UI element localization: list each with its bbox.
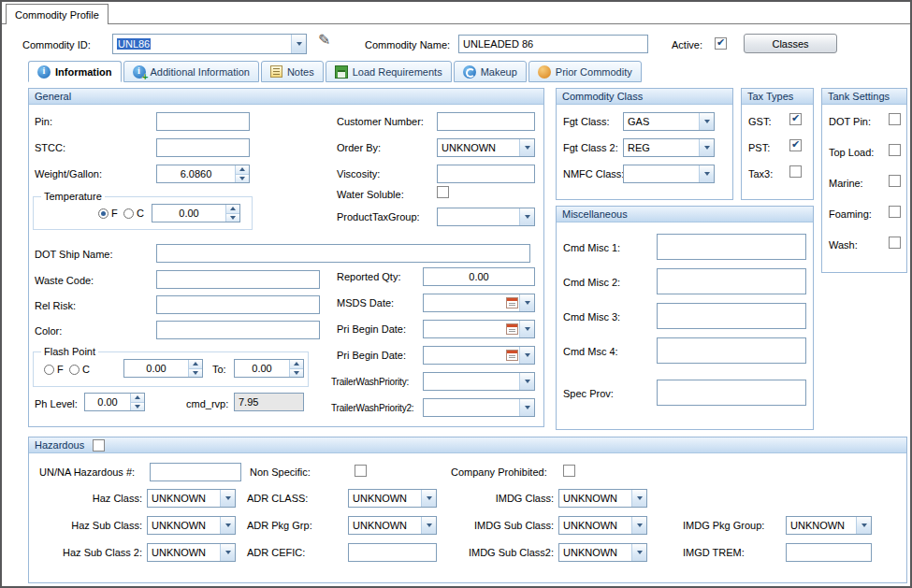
- msds-date-picker[interactable]: [423, 294, 535, 312]
- chevron-down-icon[interactable]: [519, 399, 534, 416]
- commodity-id-combo[interactable]: UNL86: [112, 34, 307, 54]
- imdg-sub-class-combo[interactable]: UNKNOWN: [558, 516, 647, 535]
- reported-qty-input[interactable]: [423, 267, 535, 286]
- haz-class-combo[interactable]: UNKNOWN: [147, 489, 236, 508]
- chevron-down-icon[interactable]: [519, 347, 534, 364]
- water-soluble-checkbox[interactable]: [437, 186, 449, 198]
- tab-prior-commodity[interactable]: Prior Commodity: [528, 61, 642, 82]
- non-specific-checkbox[interactable]: [355, 465, 367, 477]
- marine-checkbox[interactable]: [889, 175, 901, 187]
- tax3-checkbox[interactable]: [789, 165, 802, 178]
- chevron-down-icon[interactable]: [291, 35, 306, 53]
- chevron-down-icon[interactable]: [519, 294, 534, 311]
- pri-begin-date-picker[interactable]: [423, 320, 535, 338]
- tab-information[interactable]: Information: [28, 61, 122, 82]
- foaming-checkbox[interactable]: [889, 206, 901, 218]
- adr-cefic-input[interactable]: [348, 543, 437, 562]
- tab-additional-information[interactable]: Additional Information: [123, 61, 259, 82]
- trailer-wash-priority-combo[interactable]: [423, 372, 535, 391]
- temperature-c-radio[interactable]: [123, 208, 134, 219]
- edit-pencil-icon[interactable]: ✎: [318, 33, 330, 48]
- weight-gallon-stepper[interactable]: 6.0860: [156, 165, 250, 183]
- cmd-misc1-input[interactable]: [657, 234, 806, 260]
- chevron-down-icon[interactable]: [631, 544, 646, 561]
- spin-down-button[interactable]: [226, 214, 239, 222]
- chevron-down-icon[interactable]: [421, 490, 436, 507]
- spin-up-button[interactable]: [131, 394, 144, 403]
- dot-ship-name-input[interactable]: [156, 244, 530, 263]
- commodity-name-input[interactable]: [458, 35, 648, 53]
- stcc-input[interactable]: [156, 138, 250, 157]
- haz-sub-class-combo[interactable]: UNKNOWN: [147, 516, 236, 535]
- chevron-down-icon[interactable]: [699, 113, 714, 130]
- flash-point-f-radio[interactable]: [44, 365, 54, 375]
- chevron-down-icon[interactable]: [519, 139, 534, 156]
- pst-checkbox[interactable]: [789, 139, 802, 151]
- nmfc-class-combo[interactable]: [623, 165, 715, 183]
- chevron-down-icon[interactable]: [220, 544, 235, 561]
- pri-begin-date2-picker[interactable]: [423, 346, 535, 365]
- adr-class-combo[interactable]: UNKNOWN: [348, 489, 437, 508]
- customer-number-input[interactable]: [437, 112, 535, 131]
- temperature-stepper[interactable]: 0.00: [152, 204, 240, 222]
- pin-input[interactable]: [156, 112, 250, 131]
- tab-makeup[interactable]: Makeup: [454, 61, 527, 82]
- chevron-down-icon[interactable]: [699, 139, 714, 156]
- hazardous-checkbox[interactable]: [93, 439, 105, 452]
- cmd-msc4-input[interactable]: [657, 337, 806, 364]
- tab-notes[interactable]: Notes: [261, 61, 324, 82]
- spin-down-button[interactable]: [236, 175, 249, 183]
- un-na-hazardous-input[interactable]: [150, 463, 241, 481]
- spin-up-button[interactable]: [189, 360, 202, 369]
- spin-up-button[interactable]: [290, 360, 303, 369]
- spin-up-button[interactable]: [236, 165, 249, 175]
- tab-load-requirements[interactable]: Load Requirements: [326, 61, 452, 82]
- flash-point-to-stepper[interactable]: 0.00: [234, 359, 304, 378]
- chevron-down-icon[interactable]: [631, 517, 646, 534]
- color-input[interactable]: [156, 321, 320, 339]
- chevron-down-icon[interactable]: [519, 208, 534, 225]
- fgt-class2-combo[interactable]: REG: [623, 138, 715, 157]
- waste-code-input[interactable]: [156, 270, 320, 289]
- flash-point-c-radio[interactable]: [69, 365, 80, 375]
- chevron-down-icon[interactable]: [699, 165, 714, 182]
- wash-checkbox[interactable]: [889, 237, 901, 249]
- order-by-combo[interactable]: UNKNOWN: [437, 138, 535, 157]
- doc-tab-commodity-profile[interactable]: Commodity Profile: [6, 4, 109, 24]
- spin-down-button[interactable]: [189, 369, 202, 378]
- imdg-sub-class2-combo[interactable]: UNKNOWN: [558, 543, 647, 562]
- ph-level-stepper[interactable]: 0.00: [84, 393, 145, 411]
- company-prohibited-checkbox[interactable]: [563, 465, 575, 477]
- chevron-down-icon[interactable]: [856, 517, 871, 534]
- viscosity-input[interactable]: [437, 165, 535, 183]
- imdg-pkg-group-combo[interactable]: UNKNOWN: [786, 516, 872, 535]
- product-tax-group-combo[interactable]: [437, 208, 535, 226]
- spin-down-button[interactable]: [290, 369, 303, 378]
- fgt-class-combo[interactable]: GAS: [623, 112, 715, 131]
- temperature-f-radio[interactable]: [98, 208, 109, 219]
- chevron-down-icon[interactable]: [220, 490, 235, 507]
- cmd-misc3-input[interactable]: [657, 303, 806, 329]
- spin-down-button[interactable]: [131, 403, 144, 411]
- gst-checkbox[interactable]: [789, 113, 802, 125]
- cmd-misc1-label: Cmd Misc 1:: [563, 242, 620, 254]
- adr-pkg-grp-combo[interactable]: UNKNOWN: [348, 516, 437, 535]
- rel-risk-input[interactable]: [156, 295, 320, 314]
- chevron-down-icon[interactable]: [631, 490, 646, 507]
- trailer-wash-priority2-combo[interactable]: [423, 398, 535, 417]
- imgd-trem-input[interactable]: [786, 543, 872, 562]
- haz-sub-class2-combo[interactable]: UNKNOWN: [147, 543, 236, 562]
- chevron-down-icon[interactable]: [519, 373, 534, 390]
- imdg-class-combo[interactable]: UNKNOWN: [558, 489, 647, 508]
- cmd-misc2-input[interactable]: [657, 268, 806, 294]
- chevron-down-icon[interactable]: [519, 321, 534, 337]
- flash-point-from-stepper[interactable]: 0.00: [123, 359, 203, 378]
- top-load-checkbox[interactable]: [889, 144, 901, 156]
- spin-up-button[interactable]: [226, 205, 239, 214]
- active-checkbox[interactable]: [715, 37, 727, 50]
- chevron-down-icon[interactable]: [220, 517, 235, 534]
- spec-prov-input[interactable]: [657, 380, 806, 406]
- dot-pin-checkbox[interactable]: [889, 113, 901, 125]
- chevron-down-icon[interactable]: [421, 517, 436, 534]
- classes-button[interactable]: Classes: [744, 34, 837, 53]
